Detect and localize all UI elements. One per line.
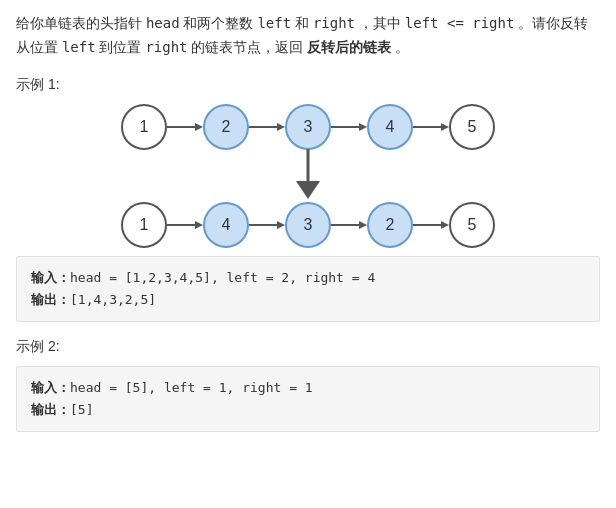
example1-input-line: 输入：head = [1,2,3,4,5], left = 2, right =… (31, 267, 585, 289)
example1-output-value: [1,4,3,2,5] (70, 292, 156, 307)
bold-text: 反转后的链表 (307, 39, 391, 55)
after-node-row: 1 4 3 2 5 (121, 202, 495, 248)
node-after-5: 5 (449, 202, 495, 248)
example2-code: 输入：head = [5], left = 1, right = 1 输出：[5… (16, 366, 600, 432)
arrow-1-2 (167, 120, 203, 134)
node-before-2: 2 (203, 104, 249, 150)
example1-input-value: head = [1,2,3,4,5], left = 2, right = 4 (70, 270, 375, 285)
node-after-1: 1 (121, 202, 167, 248)
arrow-2-3 (249, 120, 285, 134)
example2-input-value: head = [5], left = 1, right = 1 (70, 380, 313, 395)
arrow-after-2-5 (413, 218, 449, 232)
arrow-3-4 (331, 120, 367, 134)
node-after-4: 4 (203, 202, 249, 248)
svg-marker-1 (195, 123, 203, 131)
svg-marker-15 (359, 221, 367, 229)
node-before-4: 4 (367, 104, 413, 150)
svg-marker-7 (441, 123, 449, 131)
svg-marker-11 (195, 221, 203, 229)
down-arrow-icon (290, 149, 326, 202)
example1-input-label: 输入： (31, 270, 70, 285)
example2-input-label: 输入： (31, 380, 70, 395)
keyword-condition: left <= right (405, 15, 515, 31)
keyword-left: left (257, 15, 291, 31)
node-before-5: 5 (449, 104, 495, 150)
svg-marker-5 (359, 123, 367, 131)
node-after-2: 2 (367, 202, 413, 248)
svg-marker-17 (441, 221, 449, 229)
diagram-before: 1 2 3 4 5 1 (16, 104, 600, 248)
example2-output-label: 输出： (31, 402, 70, 417)
example2-output-line: 输出：[5] (31, 399, 585, 421)
example1-output-line: 输出：[1,4,3,2,5] (31, 289, 585, 311)
node-before-1: 1 (121, 104, 167, 150)
arrow-after-4-3 (249, 218, 285, 232)
example1-code: 输入：head = [1,2,3,4,5], left = 2, right =… (16, 256, 600, 322)
example2-label: 示例 2: (16, 338, 600, 356)
keyword-head: head (146, 15, 180, 31)
down-arrow-container (16, 150, 600, 202)
keyword-right2: right (145, 39, 187, 55)
before-node-row: 1 2 3 4 5 (121, 104, 495, 150)
arrow-after-1-2 (167, 218, 203, 232)
keyword-right: right (313, 15, 355, 31)
svg-marker-3 (277, 123, 285, 131)
arrow-4-5 (413, 120, 449, 134)
example2-output-value: [5] (70, 402, 93, 417)
description: 给你单链表的头指针 head 和两个整数 left 和 right ，其中 le… (16, 12, 600, 60)
arrow-after-3-2 (331, 218, 367, 232)
keyword-left2: left (62, 39, 96, 55)
example2-input-line: 输入：head = [5], left = 1, right = 1 (31, 377, 585, 399)
svg-marker-9 (296, 181, 320, 199)
node-before-3: 3 (285, 104, 331, 150)
example1-label: 示例 1: (16, 76, 600, 94)
example1-output-label: 输出： (31, 292, 70, 307)
node-after-3: 3 (285, 202, 331, 248)
svg-marker-13 (277, 221, 285, 229)
